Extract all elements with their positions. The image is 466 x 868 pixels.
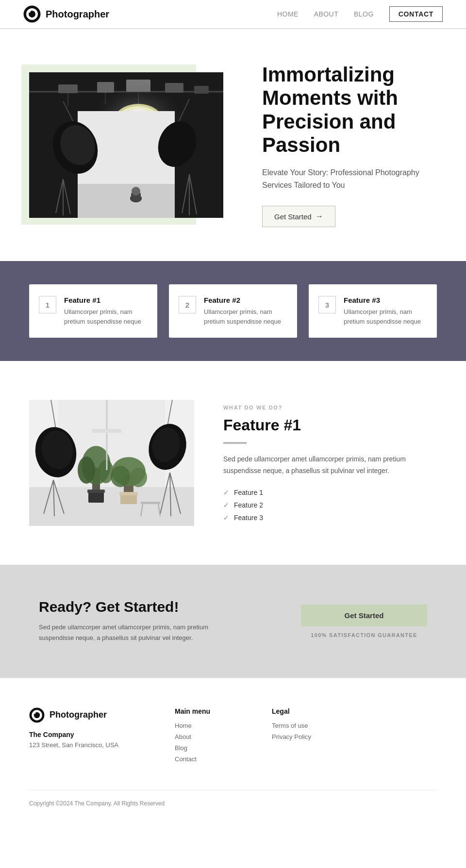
svg-point-69 bbox=[33, 711, 35, 714]
feature-card-3: 3 Feature #3 Ullamcorper primis, nam pre… bbox=[309, 284, 437, 338]
svg-point-58 bbox=[130, 468, 147, 487]
what-list-item-2: ✓ Feature 2 bbox=[223, 501, 437, 509]
footer-address: 123 Street, San Francisco, USA bbox=[29, 740, 136, 751]
footer-company: The Company bbox=[29, 731, 136, 738]
footer-link-blog[interactable]: Blog bbox=[175, 744, 233, 752]
svg-point-33 bbox=[132, 187, 140, 196]
nav-home[interactable]: HOME bbox=[277, 10, 299, 18]
logo-icon bbox=[23, 5, 41, 23]
cta-title: Ready? Get Started! bbox=[39, 599, 272, 615]
what-list-label-3: Feature 3 bbox=[234, 514, 263, 522]
footer-logo-text: Photographer bbox=[50, 710, 107, 720]
svg-point-3 bbox=[28, 10, 31, 13]
svg-rect-61 bbox=[141, 502, 160, 504]
check-icon-1: ✓ bbox=[223, 489, 229, 496]
features-band: 1 Feature #1 Ullamcorper primis, nam pre… bbox=[0, 261, 466, 361]
footer-brand: Photographer The Company 123 Street, San… bbox=[29, 707, 136, 767]
what-feature-list: ✓ Feature 1 ✓ Feature 2 ✓ Feature 3 bbox=[223, 489, 437, 522]
footer-logo: Photographer bbox=[29, 707, 136, 723]
feature-3-title: Feature #3 bbox=[344, 296, 427, 304]
feature-1-desc: Ullamcorper primis, nam pretium suspendi… bbox=[64, 307, 148, 326]
svg-point-51 bbox=[78, 457, 95, 484]
what-divider bbox=[223, 442, 247, 444]
feature-1-title: Feature #1 bbox=[64, 296, 148, 304]
check-icon-3: ✓ bbox=[223, 514, 229, 522]
nav-contact-button[interactable]: CONTACT bbox=[389, 6, 443, 22]
nav-logo[interactable]: Photographer bbox=[23, 5, 109, 23]
svg-rect-65 bbox=[92, 429, 121, 433]
footer-legal-menu: Legal Terms of use Privacy Policy bbox=[272, 707, 330, 767]
feature-card-2: 2 Feature #2 Ullamcorper primis, nam pre… bbox=[169, 284, 297, 338]
cta-right: Get Started 100% SATISFACTION GUARANTEE bbox=[301, 605, 427, 638]
footer-menu-title: Main menu bbox=[175, 707, 233, 715]
what-list-item-3: ✓ Feature 3 bbox=[223, 514, 437, 522]
svg-rect-19 bbox=[78, 184, 175, 218]
what-text: WHAT DO WE DO? Feature #1 Sed pede ullam… bbox=[223, 405, 437, 522]
footer-link-terms[interactable]: Terms of use bbox=[272, 722, 330, 729]
footer-legal-title: Legal bbox=[272, 707, 330, 715]
cta-button[interactable]: Get Started bbox=[301, 605, 427, 626]
footer-link-privacy[interactable]: Privacy Policy bbox=[272, 733, 330, 740]
hero-cta-button[interactable]: Get Started → bbox=[262, 206, 335, 227]
studio2-illustration bbox=[29, 400, 194, 526]
hero-image bbox=[29, 72, 223, 218]
svg-rect-60 bbox=[119, 492, 138, 495]
feature-2-title: Feature #2 bbox=[204, 296, 287, 304]
cta-desc: Sed pede ullamcorper amet ullamcorper pr… bbox=[39, 622, 243, 643]
hero-subtitle: Elevate Your Story: Professional Photogr… bbox=[262, 166, 427, 191]
svg-rect-6 bbox=[58, 84, 78, 93]
hero-section: Immortalizing Moments with Precision and… bbox=[0, 29, 466, 261]
svg-point-57 bbox=[111, 466, 130, 487]
hero-image-wrapper bbox=[29, 72, 233, 218]
feature-card-1-content: Feature #1 Ullamcorper primis, nam preti… bbox=[64, 296, 148, 326]
what-list-item-1: ✓ Feature 1 bbox=[223, 489, 437, 496]
what-section: WHAT DO WE DO? Feature #1 Sed pede ullam… bbox=[0, 361, 466, 565]
nav-logo-text: Photographer bbox=[46, 9, 109, 20]
what-eyebrow: WHAT DO WE DO? bbox=[223, 405, 437, 410]
svg-rect-54 bbox=[87, 490, 105, 493]
what-list-label-2: Feature 2 bbox=[234, 501, 263, 509]
check-icon-2: ✓ bbox=[223, 501, 229, 509]
what-title: Feature #1 bbox=[223, 416, 437, 434]
footer: Photographer The Company 123 Street, San… bbox=[0, 678, 466, 821]
feature-3-desc: Ullamcorper primis, nam pretium suspendi… bbox=[344, 307, 427, 326]
feature-num-1: 1 bbox=[39, 296, 56, 313]
what-desc: Sed pede ullamcorper amet ullamcorper pr… bbox=[223, 454, 408, 477]
feature-card-1: 1 Feature #1 Ullamcorper primis, nam pre… bbox=[29, 284, 157, 338]
cta-section: Ready? Get Started! Sed pede ullamcorper… bbox=[0, 565, 466, 677]
hero-text: Immortalizing Moments with Precision and… bbox=[262, 63, 437, 227]
what-image bbox=[29, 400, 194, 526]
studio-illustration bbox=[29, 72, 223, 218]
footer-link-home[interactable]: Home bbox=[175, 722, 233, 729]
footer-link-about[interactable]: About bbox=[175, 733, 233, 740]
navbar: Photographer HOME ABOUT BLOG CONTACT bbox=[0, 0, 466, 29]
copyright-text: Copyright ©2024 The Company. All Rights … bbox=[29, 800, 165, 807]
feature-2-desc: Ullamcorper primis, nam pretium suspendi… bbox=[204, 307, 287, 326]
footer-link-contact[interactable]: Contact bbox=[175, 755, 233, 763]
feature-num-2: 2 bbox=[179, 296, 196, 313]
svg-rect-10 bbox=[194, 86, 209, 94]
arrow-icon: → bbox=[316, 212, 323, 221]
feature-num-3: 3 bbox=[318, 296, 336, 313]
hero-title: Immortalizing Moments with Precision and… bbox=[262, 63, 437, 157]
footer-top: Photographer The Company 123 Street, San… bbox=[29, 707, 437, 767]
nav-links: HOME ABOUT BLOG CONTACT bbox=[277, 6, 443, 22]
what-list-label-1: Feature 1 bbox=[234, 489, 263, 496]
feature-card-2-content: Feature #2 Ullamcorper primis, nam preti… bbox=[204, 296, 287, 326]
nav-blog[interactable]: BLOG bbox=[354, 10, 374, 18]
hero-cta-label: Get Started bbox=[274, 213, 312, 221]
footer-logo-icon bbox=[29, 707, 45, 723]
cta-guarantee: 100% SATISFACTION GUARANTEE bbox=[311, 632, 417, 638]
cta-left: Ready? Get Started! Sed pede ullamcorper… bbox=[39, 599, 272, 643]
footer-copyright: Copyright ©2024 The Company. All Rights … bbox=[29, 790, 437, 807]
footer-main-menu: Main menu Home About Blog Contact bbox=[175, 707, 233, 767]
feature-card-3-content: Feature #3 Ullamcorper primis, nam preti… bbox=[344, 296, 427, 326]
nav-about[interactable]: ABOUT bbox=[314, 10, 338, 18]
